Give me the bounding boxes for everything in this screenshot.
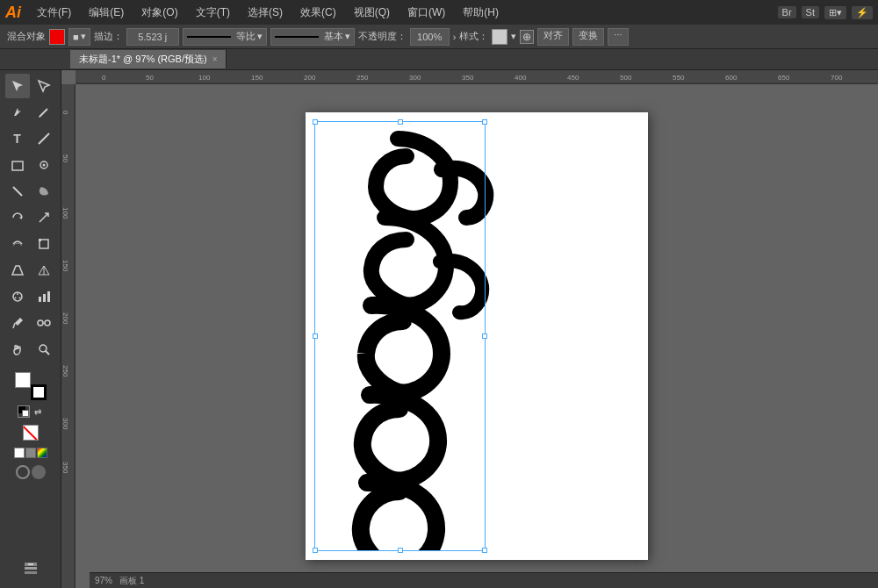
style-label: 样式： — [459, 30, 488, 43]
paintbrush-tool[interactable] — [32, 153, 56, 177]
svg-point-4 — [42, 164, 45, 167]
swap-colors-icon[interactable]: ⇄ — [32, 405, 44, 418]
menu-help[interactable]: 帮助(H) — [457, 5, 504, 20]
stroke-value-input[interactable] — [126, 28, 179, 46]
white-swatch[interactable] — [14, 448, 25, 458]
menu-file[interactable]: 文件(F) — [32, 5, 76, 20]
color-swatch-area — [13, 370, 48, 402]
tool-row-7 — [5, 232, 56, 256]
tool-row-10 — [5, 311, 56, 335]
menu-text[interactable]: 文字(T) — [191, 5, 235, 20]
app-logo: Ai — [5, 4, 21, 22]
artboard — [306, 112, 648, 560]
gray-swatch[interactable] — [25, 448, 36, 458]
free-transform-tool[interactable] — [32, 232, 56, 256]
svg-text:200: 200 — [304, 74, 316, 82]
svg-rect-12 — [39, 297, 41, 302]
svg-text:0: 0 — [61, 111, 69, 115]
direct-select-tool[interactable] — [32, 74, 56, 98]
svg-rect-14 — [47, 291, 50, 302]
scale-tool[interactable] — [32, 205, 56, 230]
svg-rect-21 — [25, 571, 37, 574]
blob-brush-tool[interactable] — [32, 179, 56, 204]
fill-type-dropdown[interactable]: ■▾ — [68, 28, 90, 46]
line-style2-dropdown[interactable]: 基本▾ — [270, 28, 355, 46]
graph-tool[interactable] — [32, 284, 56, 309]
layers-icon-area — [16, 556, 46, 584]
workspace-icon[interactable]: ⊞▾ — [824, 6, 846, 19]
vertical-ruler: 0 50 100 150 200 250 300 350 — [61, 84, 76, 588]
svg-line-0 — [40, 109, 47, 117]
tool-row-4 — [5, 153, 56, 177]
horizontal-ruler: 0 50 100 150 200 250 300 350 400 450 500… — [76, 70, 878, 84]
stroke-swatch[interactable] — [31, 384, 47, 400]
artboard-name: 画板 1 — [119, 575, 144, 587]
fill-swatch[interactable] — [15, 372, 31, 388]
svg-text:350: 350 — [61, 462, 69, 474]
align-button[interactable]: 对齐 — [537, 28, 569, 46]
handle-bottom-left[interactable] — [313, 548, 318, 553]
style-dropdown-arrow[interactable]: ▾ — [511, 31, 516, 42]
type-tool[interactable]: T — [5, 126, 30, 151]
stroke-color-swatch[interactable] — [49, 29, 65, 45]
bridge-icon[interactable]: Br — [778, 6, 796, 18]
opacity-arrow[interactable]: › — [453, 32, 457, 42]
warp-tool[interactable] — [5, 232, 30, 256]
shape-tool[interactable] — [5, 153, 30, 177]
document-tab[interactable]: 未标题-1* @ 97% (RGB/预选) × — [70, 50, 227, 68]
extra-icon[interactable]: ⚡ — [852, 6, 873, 19]
tab-close-button[interactable]: × — [212, 54, 218, 64]
perspective-grid-tool[interactable] — [32, 258, 56, 283]
handle-top-left[interactable] — [313, 119, 318, 125]
bw-swatches — [14, 448, 47, 458]
menu-edit[interactable]: 编辑(E) — [83, 5, 129, 20]
transform-button[interactable]: 变换 — [572, 28, 604, 46]
svg-text:400: 400 — [515, 74, 527, 82]
web-icon[interactable]: ⊕ — [520, 30, 534, 44]
none-swatches — [23, 425, 39, 441]
color-swatch[interactable] — [37, 448, 47, 458]
svg-text:450: 450 — [567, 74, 579, 82]
blend-tool[interactable] — [32, 311, 56, 335]
none-fill-swatch[interactable] — [23, 425, 39, 441]
select-tool[interactable] — [5, 74, 30, 98]
hand-tool[interactable] — [5, 337, 30, 362]
opacity-input[interactable] — [410, 28, 450, 46]
line-tool[interactable] — [32, 126, 56, 151]
svg-rect-22 — [25, 567, 37, 570]
svg-point-19 — [40, 345, 47, 352]
pencil-tool[interactable] — [32, 100, 56, 125]
svg-point-16 — [38, 320, 43, 326]
handle-middle-left[interactable] — [313, 333, 318, 339]
menu-select[interactable]: 选择(S) — [242, 5, 288, 20]
menu-view[interactable]: 视图(Q) — [349, 5, 395, 20]
status-bar: 97% 画板 1 — [90, 572, 878, 588]
brush-tool[interactable] — [5, 179, 30, 204]
eyedropper-tool[interactable] — [5, 311, 30, 335]
svg-line-15 — [13, 323, 15, 328]
menu-window[interactable]: 窗口(W) — [402, 5, 450, 20]
layers-button[interactable] — [16, 556, 46, 581]
line-style-dropdown[interactable]: 等比▾ — [183, 28, 267, 46]
stock-icon[interactable]: St — [802, 6, 819, 18]
perspective-tool[interactable] — [5, 258, 30, 283]
default-colors-icon[interactable] — [18, 405, 30, 418]
svg-rect-13 — [43, 294, 46, 302]
zoom-tool[interactable] — [32, 337, 56, 362]
menu-effect[interactable]: 效果(C) — [295, 5, 342, 20]
svg-text:700: 700 — [831, 74, 843, 82]
rotate-tool[interactable] — [5, 205, 30, 230]
more-button[interactable]: ··· — [608, 28, 628, 46]
style-preview[interactable] — [492, 29, 507, 45]
tool-row-2 — [5, 100, 56, 125]
svg-text:250: 250 — [61, 365, 69, 377]
svg-text:350: 350 — [462, 74, 474, 82]
svg-line-20 — [46, 351, 49, 355]
tool-row-5 — [5, 179, 56, 204]
symbol-tool[interactable] — [5, 284, 30, 309]
pen-tool[interactable] — [5, 100, 30, 125]
filled-circle[interactable] — [32, 465, 46, 479]
svg-text:50: 50 — [61, 154, 69, 162]
no-fill-circle[interactable] — [16, 465, 30, 479]
menu-object[interactable]: 对象(O) — [136, 5, 183, 20]
